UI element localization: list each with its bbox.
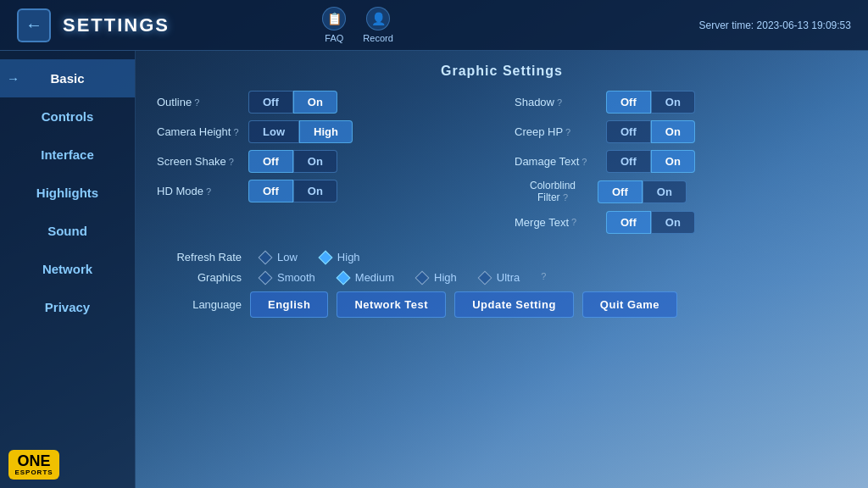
bottom-row: Language English Network Test Update Set… (157, 291, 847, 318)
refresh-high-diamond-shape (318, 250, 332, 264)
logo-one-text: ONE (17, 453, 50, 469)
back-button[interactable]: ← (17, 8, 51, 42)
merge-text-on-button[interactable]: On (651, 211, 695, 234)
high-diamond (415, 271, 429, 285)
graphics-label: Graphics (157, 271, 242, 284)
smooth-diamond (259, 271, 272, 285)
camera-low-button[interactable]: Low (248, 120, 299, 143)
top-center-icons: 📋 FAQ 👤 Record (322, 7, 392, 43)
logo-esports-text: ESPORTS (14, 469, 53, 476)
outline-row: Outline ? Off On (157, 91, 489, 114)
outline-label: Outline ? (157, 96, 242, 108)
camera-high-button[interactable]: High (299, 120, 353, 143)
graphics-ultra[interactable]: Ultra (478, 271, 520, 285)
screen-shake-row: Screen Shake ? Off On (157, 150, 489, 173)
damage-text-on-button[interactable]: On (651, 150, 695, 173)
hd-mode-off-button[interactable]: Off (248, 180, 293, 202)
refresh-rate-row: Refresh Rate Low High (157, 251, 847, 264)
refresh-rate-low[interactable]: Low (259, 251, 298, 264)
hd-mode-label: HD Mode ? (157, 185, 242, 197)
hd-mode-row: HD Mode ? Off On (157, 180, 489, 202)
creep-hp-toggle: Off On (606, 120, 695, 143)
sidebar-item-interface[interactable]: Interface (0, 136, 135, 174)
language-english-button[interactable]: English (250, 291, 328, 318)
merge-text-toggle: Off On (606, 211, 695, 234)
screen-shake-label: Screen Shake ? (157, 155, 242, 168)
faq-button[interactable]: 📋 FAQ (322, 7, 346, 43)
graphics-smooth[interactable]: Smooth (259, 271, 315, 285)
faq-icon: 📋 (322, 7, 346, 30)
graphics-row: Graphics Smooth Medium (157, 271, 847, 285)
creep-hp-off-button[interactable]: Off (606, 120, 651, 143)
sidebar-item-network[interactable]: Network (0, 250, 135, 288)
sidebar-item-privacy[interactable]: Privacy (0, 288, 135, 326)
graphics-high[interactable]: High (415, 271, 457, 285)
colorblind-filter-label: ColorblindFilter ? (515, 180, 591, 204)
left-settings: Outline ? Off On Camera Height ? Low Hig… (157, 91, 489, 241)
shadow-label: Shadow ? (515, 96, 599, 108)
refresh-low-diamond-shape (259, 250, 273, 264)
sidebar-item-sound[interactable]: Sound (0, 212, 135, 250)
creep-hp-label: Creep HP ? (515, 125, 599, 138)
camera-height-row: Camera Height ? Low High (157, 120, 489, 143)
graphics-medium[interactable]: Medium (337, 271, 394, 285)
screen-shake-off-button[interactable]: Off (248, 150, 293, 173)
medium-diamond (337, 271, 350, 285)
medium-diamond-shape (336, 270, 350, 285)
shadow-help-icon[interactable]: ? (557, 97, 562, 108)
merge-text-label: Merge Text ? (515, 216, 599, 229)
ultra-diamond (478, 271, 492, 285)
record-icon: 👤 (366, 7, 390, 30)
section-title: Graphic Settings (157, 64, 847, 79)
colorblind-off-button[interactable]: Off (598, 180, 643, 203)
damage-text-off-button[interactable]: Off (606, 150, 651, 173)
quit-game-button[interactable]: Quit Game (582, 291, 677, 318)
shadow-toggle: Off On (606, 91, 695, 114)
refresh-low-diamond (259, 251, 272, 264)
outline-help-icon[interactable]: ? (194, 97, 199, 108)
sidebar-item-basic[interactable]: Basic (0, 59, 135, 97)
sidebar-item-highlights[interactable]: Highlights (0, 174, 135, 212)
hd-mode-help-icon[interactable]: ? (206, 186, 211, 197)
merge-text-off-button[interactable]: Off (606, 211, 651, 234)
creep-hp-on-button[interactable]: On (651, 120, 695, 143)
shadow-on-button[interactable]: On (651, 91, 695, 114)
smooth-diamond-shape (259, 270, 273, 285)
outline-on-button[interactable]: On (293, 91, 337, 114)
colorblind-filter-toggle: Off On (598, 180, 687, 203)
merge-text-help-icon[interactable]: ? (571, 217, 576, 227)
damage-text-help-icon[interactable]: ? (581, 157, 587, 167)
camera-height-help-icon[interactable]: ? (233, 127, 238, 137)
screen-shake-on-button[interactable]: On (293, 150, 337, 173)
merge-text-row: Merge Text ? Off On (515, 211, 847, 234)
update-setting-button[interactable]: Update Setting (454, 291, 574, 318)
outline-off-button[interactable]: Off (248, 91, 293, 114)
settings-grid: Outline ? Off On Camera Height ? Low Hig… (157, 91, 847, 241)
top-bar: ← SETTINGS 📋 FAQ 👤 Record Server time: 2… (0, 0, 868, 51)
damage-text-row: Damage Text ? Off On (515, 150, 847, 173)
server-time: Server time: 2023-06-13 19:09:53 (699, 19, 851, 31)
page-title: SETTINGS (63, 14, 170, 36)
graphics-choices: Smooth Medium High (259, 271, 546, 285)
colorblind-filter-row: ColorblindFilter ? Off On (515, 180, 847, 204)
camera-height-toggle: Low High (248, 120, 353, 143)
damage-text-label: Damage Text ? (515, 155, 599, 168)
refresh-rate-high[interactable]: High (319, 251, 360, 264)
shadow-off-button[interactable]: Off (606, 91, 651, 114)
colorblind-help-icon[interactable]: ? (563, 192, 568, 202)
record-button[interactable]: 👤 Record (363, 7, 392, 43)
hd-mode-toggle: Off On (248, 180, 337, 202)
screen-shake-toggle: Off On (248, 150, 337, 173)
hd-mode-on-button[interactable]: On (293, 180, 337, 202)
right-settings: Shadow ? Off On Creep HP ? Off On (515, 91, 847, 241)
refresh-rate-choices: Low High (259, 251, 360, 264)
camera-height-label: Camera Height ? (157, 125, 242, 138)
colorblind-on-button[interactable]: On (643, 180, 687, 203)
creep-hp-help-icon[interactable]: ? (565, 127, 570, 137)
screen-shake-help-icon[interactable]: ? (229, 157, 234, 167)
sidebar-item-controls[interactable]: Controls (0, 97, 135, 136)
graphics-help-icon[interactable]: ? (541, 271, 546, 285)
content-area: Graphic Settings Outline ? Off On Camera… (136, 51, 868, 488)
logo-area: ONE ESPORTS (8, 450, 59, 480)
network-test-button[interactable]: Network Test (337, 291, 446, 318)
